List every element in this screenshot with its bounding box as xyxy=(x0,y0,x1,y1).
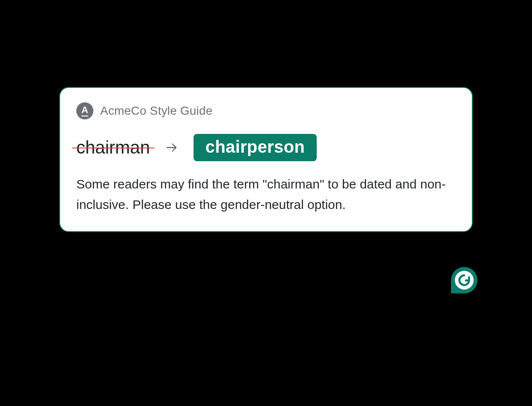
brand-letter-wrap: A xyxy=(81,105,88,116)
style-guide-title: AcmeCo Style Guide xyxy=(100,104,213,118)
original-term: chairman xyxy=(76,139,150,157)
brand-letter: A xyxy=(81,104,88,115)
style-suggestion-card: A AcmeCo Style Guide chairman chairperso… xyxy=(59,87,473,232)
grammarly-icon xyxy=(455,271,474,290)
explanation-text: Some readers may find the term "chairman… xyxy=(76,174,456,215)
replacement-row: chairman chairperson xyxy=(76,134,456,161)
brand-letter-underline xyxy=(81,116,88,116)
suggested-term-chip[interactable]: chairperson xyxy=(194,134,317,161)
strikethrough-line xyxy=(72,148,154,148)
canvas: A AcmeCo Style Guide chairman chairperso… xyxy=(0,0,532,406)
grammarly-badge[interactable] xyxy=(451,267,477,293)
arrow-right-icon xyxy=(165,140,179,155)
card-header: A AcmeCo Style Guide xyxy=(76,102,456,119)
brand-badge: A xyxy=(76,102,93,119)
